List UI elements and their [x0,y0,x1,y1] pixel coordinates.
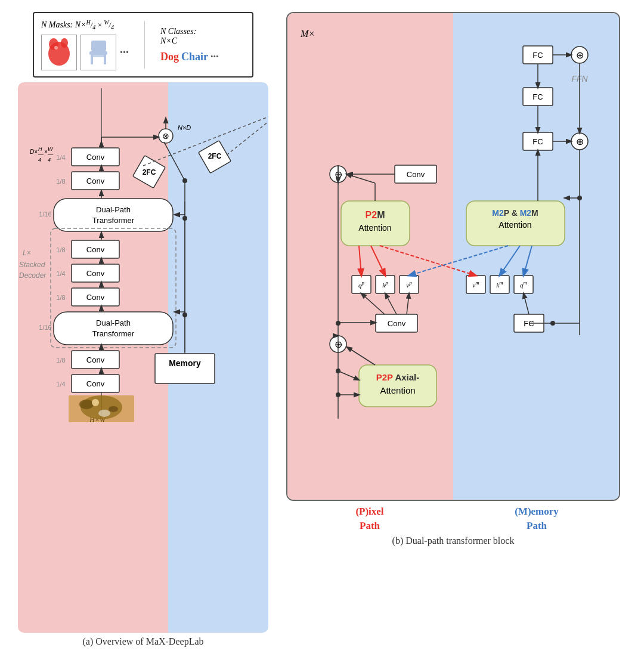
class-labels: Dog Chair ··· [160,51,219,63]
svg-text:1/8: 1/8 [56,178,65,185]
svg-text:Stacked: Stacked [19,261,45,269]
svg-text:Conv: Conv [388,319,406,328]
svg-point-89 [98,410,110,417]
svg-text:FC: FC [532,51,543,60]
svg-text:1/4: 1/4 [56,380,65,388]
svg-text:2FC: 2FC [208,152,222,160]
svg-text:1/8: 1/8 [56,357,65,364]
svg-line-170 [347,347,375,365]
svg-text:Transformer: Transformer [92,329,135,338]
svg-text:Conv: Conv [407,170,425,179]
svg-text:⊕: ⊕ [576,137,584,147]
svg-line-151 [385,293,397,314]
right-bottom-labels: (P)ixelPath (M)emoryPath [286,505,620,533]
svg-point-173 [577,196,582,200]
svg-point-78 [182,312,187,317]
classes-ellipsis: ··· [210,51,219,63]
svg-line-169 [346,174,375,183]
svg-point-86 [79,400,94,409]
svg-text:⊗: ⊗ [162,131,169,141]
svg-text:Conv: Conv [86,245,105,254]
masks-ellipsis: ··· [120,45,129,59]
svg-rect-6 [91,55,93,64]
divider [144,21,145,69]
svg-point-88 [92,399,99,406]
masks-title: N Masks: N×H/4 × W/4 [41,19,129,30]
svg-text:1/4: 1/4 [56,154,65,161]
svg-text:1/8: 1/8 [56,246,65,253]
architecture-svg: Conv 1/4 Conv 1/8 Dual-Path Transformer … [18,82,268,428]
dog-mask-svg [43,36,76,69]
chair-mask-svg [82,36,115,69]
svg-line-77 [164,142,185,181]
svg-line-149 [409,246,508,276]
svg-text:⊕: ⊕ [576,50,584,60]
svg-text:Memory: Memory [169,358,201,368]
svg-text:P2M: P2M [366,210,385,220]
svg-rect-8 [93,55,104,57]
svg-text:Dual-Path: Dual-Path [96,205,131,214]
svg-point-2 [61,38,68,48]
svg-text:Decoder: Decoder [19,271,47,280]
svg-line-152 [407,293,409,314]
svg-text:FC: FC [532,92,543,101]
svg-line-145 [371,246,385,276]
svg-rect-31 [54,199,173,231]
output-masks-section: N Masks: N×H/4 × W/4 [41,19,129,70]
svg-line-147 [524,246,532,276]
svg-text:M2P & M2M: M2P & M2M [492,208,538,218]
arch-area: Conv 1/4 Conv 1/8 Dual-Path Transformer … [18,82,268,633]
svg-rect-18 [54,312,173,345]
chair-label: Chair [181,51,208,63]
caption-right: (b) Dual-path transformer block [392,536,515,546]
svg-point-163 [550,321,555,326]
right-diagram-svg: M× FC ⊕ FFN FC FC ⊕ [287,13,620,501]
svg-text:1/8: 1/8 [56,294,65,301]
svg-text:1/16: 1/16 [39,324,51,331]
mask-images: ··· [41,35,129,70]
svg-text:Conv: Conv [86,177,105,185]
svg-text:2FC: 2FC [143,168,156,177]
svg-line-144 [359,246,361,276]
svg-text:N×D: N×D [178,124,191,131]
classes-title: N Classes: N×C [160,27,196,46]
svg-rect-5 [89,51,107,55]
svg-line-146 [380,246,476,276]
svg-text:Attention: Attention [358,223,391,233]
svg-text:P2P Axial-: P2P Axial- [376,372,420,382]
svg-text:1/4: 1/4 [56,270,65,277]
svg-text:Conv: Conv [86,269,105,278]
right-memory-label: (M)emoryPath [453,505,620,533]
dog-label: Dog [160,51,179,63]
svg-point-164 [336,321,340,326]
output-box: N Masks: N×H/4 × W/4 [33,12,253,78]
svg-rect-7 [104,55,106,64]
svg-point-87 [109,406,118,412]
svg-text:Dual-Path: Dual-Path [96,318,131,327]
svg-text:Conv: Conv [86,293,105,302]
svg-point-80 [182,178,187,183]
svg-text:L×: L× [23,249,31,257]
svg-line-158 [338,371,359,380]
svg-text:Conv: Conv [86,379,105,388]
svg-line-81 [227,112,268,155]
svg-text:Transformer: Transformer [92,216,135,225]
svg-point-79 [182,216,187,221]
svg-text:Attention: Attention [499,220,531,230]
svg-text:4: 4 [48,157,51,163]
svg-line-148 [500,246,520,276]
svg-text:1/16: 1/16 [39,211,51,218]
svg-text:Conv: Conv [86,153,105,162]
output-classes-section: N Classes: N×C Dog Chair ··· [160,27,219,63]
svg-text:Attention: Attention [380,385,415,395]
left-diagram: N Masks: N×H/4 × W/4 [18,12,268,647]
svg-text:Conv: Conv [86,355,105,364]
dog-mask [41,35,77,70]
svg-text:FC: FC [532,137,543,146]
svg-text:4: 4 [38,157,41,163]
right-diagram: M× FC ⊕ FFN FC FC ⊕ [280,12,626,647]
svg-point-165 [336,369,340,373]
svg-text:M×: M× [300,29,315,39]
caption-left: (a) Overview of MaX-DeepLab [82,636,203,647]
svg-text:D×: D× [30,148,38,155]
